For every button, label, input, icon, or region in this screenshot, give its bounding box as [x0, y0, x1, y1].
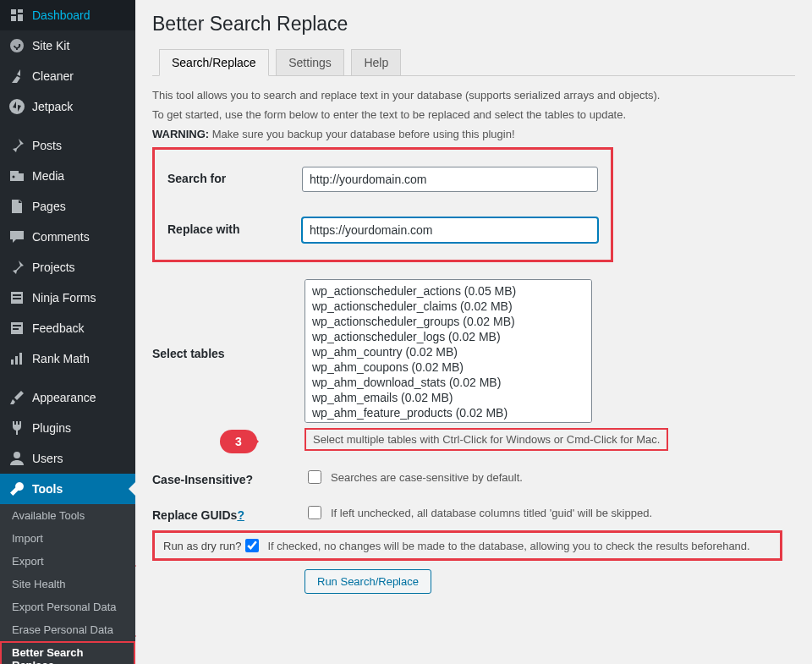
- admin-sidebar: Dashboard Site Kit Cleaner Jetpack Posts…: [0, 0, 135, 664]
- comment-icon: [8, 228, 25, 245]
- main-content: Better Search Replace Search/Replace Set…: [135, 0, 812, 664]
- sidebar-item-label: Rank Math: [32, 352, 90, 365]
- sidebar-item-plugins[interactable]: Plugins: [0, 413, 135, 443]
- brush-icon: [8, 389, 25, 406]
- pin-icon: [8, 259, 25, 276]
- submenu-export-personal-data[interactable]: Export Personal Data: [0, 595, 135, 618]
- warning-label: WARNING:: [152, 128, 209, 140]
- submenu-available-tools[interactable]: Available Tools: [0, 504, 135, 527]
- replace-with-input[interactable]: [302, 217, 598, 243]
- search-replace-highlight: Search for Replace with: [152, 147, 613, 262]
- sidebar-item-label: Feedback: [32, 321, 84, 335]
- sidebar-item-jetpack[interactable]: Jetpack: [0, 91, 135, 122]
- submenu-site-health[interactable]: Site Health: [0, 573, 135, 595]
- sidebar-item-label: Site Kit: [32, 39, 69, 52]
- wrench-icon: [8, 480, 25, 497]
- sidebar-item-posts[interactable]: Posts: [0, 126, 135, 161]
- submenu-better-search-replace[interactable]: Better Search Replace: [0, 641, 135, 664]
- svg-point-1: [13, 176, 15, 178]
- jetpack-icon: [8, 98, 25, 115]
- sidebar-item-projects[interactable]: Projects: [0, 252, 135, 283]
- svg-rect-9: [15, 356, 18, 365]
- tab-settings[interactable]: Settings: [276, 49, 344, 75]
- sidebar-item-appearance[interactable]: Appearance: [0, 378, 135, 413]
- sidebar-item-rankmath[interactable]: Rank Math: [0, 343, 135, 374]
- sidebar-item-label: Posts: [32, 139, 62, 152]
- sidebar-item-label: Cleaner: [32, 69, 74, 83]
- submenu-erase-personal-data[interactable]: Erase Personal Data: [0, 618, 135, 641]
- table-option[interactable]: wp_actionscheduler_logs (0.02 MB): [310, 329, 586, 344]
- case-insensitive-label: Case-Insensitive?: [152, 468, 304, 486]
- replace-guids-desc: If left unchecked, all database columns …: [331, 507, 652, 519]
- svg-rect-10: [19, 353, 22, 365]
- sidebar-item-label: Appearance: [32, 391, 96, 404]
- sidebar-item-tools[interactable]: Tools: [0, 474, 135, 504]
- replace-guids-checkbox[interactable]: [308, 506, 321, 519]
- table-option[interactable]: wp_ahm_emails (0.02 MB): [310, 390, 586, 405]
- sitekit-icon: [8, 37, 25, 54]
- svg-point-11: [14, 452, 20, 458]
- dry-run-label: Run as dry run?: [155, 540, 242, 552]
- replace-with-label: Replace with: [167, 217, 302, 236]
- dry-run-highlight: Run as dry run? If checked, no changes w…: [152, 530, 782, 561]
- sidebar-item-label: Plugins: [32, 421, 71, 435]
- svg-point-0: [9, 99, 25, 114]
- chart-icon: [8, 350, 25, 367]
- user-icon: [8, 450, 25, 467]
- sidebar-item-label: Users: [32, 452, 63, 465]
- table-option[interactable]: wp_actionscheduler_claims (0.02 MB): [310, 299, 586, 314]
- sidebar-item-feedback[interactable]: Feedback: [0, 313, 135, 343]
- sidebar-item-label: Dashboard: [32, 8, 91, 22]
- tab-help[interactable]: Help: [351, 49, 401, 75]
- submenu-export[interactable]: Export: [0, 550, 135, 573]
- case-insensitive-checkbox[interactable]: [308, 470, 321, 484]
- table-option[interactable]: wp_actionscheduler_actions (0.05 MB): [310, 283, 586, 299]
- select-tables-hint: Select multiple tables with Ctrl-Click f…: [304, 428, 668, 451]
- sidebar-item-sitekit[interactable]: Site Kit: [0, 30, 135, 61]
- media-icon: [8, 167, 25, 184]
- page-title: Better Search Replace: [152, 13, 795, 36]
- sidebar-item-users[interactable]: Users: [0, 443, 135, 474]
- form-icon: [8, 289, 25, 306]
- dashboard-icon: [8, 7, 25, 24]
- sidebar-item-label: Pages: [32, 200, 66, 213]
- sidebar-item-cleaner[interactable]: Cleaner: [0, 61, 135, 91]
- dry-run-desc: If checked, no changes will be made to t…: [268, 540, 750, 552]
- sidebar-item-label: Projects: [32, 261, 75, 274]
- svg-rect-6: [13, 325, 21, 327]
- sidebar-item-dashboard[interactable]: Dashboard: [0, 0, 135, 30]
- broom-icon: [8, 68, 25, 85]
- sidebar-item-label: Ninja Forms: [32, 291, 96, 305]
- annotation-marker-3: 3: [220, 430, 257, 453]
- table-option[interactable]: wp_ahm_coupons (0.02 MB): [310, 359, 586, 375]
- sidebar-item-pages[interactable]: Pages: [0, 191, 135, 222]
- svg-rect-8: [11, 359, 14, 365]
- sidebar-item-comments[interactable]: Comments: [0, 222, 135, 252]
- tab-bar: Search/Replace Settings Help: [152, 48, 795, 76]
- search-for-label: Search for: [167, 167, 302, 185]
- svg-rect-7: [13, 328, 19, 330]
- case-insensitive-desc: Searches are case-sensitive by default.: [331, 471, 523, 484]
- pin-icon: [8, 137, 25, 154]
- page-icon: [8, 198, 25, 215]
- form-icon: [8, 320, 25, 337]
- warning-line: WARNING: Make sure you backup your datab…: [152, 128, 795, 140]
- replace-guids-label: Replace GUIDs?: [152, 503, 304, 522]
- plug-icon: [8, 420, 25, 436]
- submenu-import[interactable]: Import: [0, 527, 135, 550]
- sidebar-item-label: Media: [32, 169, 64, 183]
- sidebar-item-media[interactable]: Media: [0, 161, 135, 191]
- tab-search-replace[interactable]: Search/Replace: [159, 49, 269, 76]
- svg-rect-3: [13, 294, 21, 296]
- replace-guids-help[interactable]: ?: [237, 508, 244, 522]
- table-option[interactable]: wp_actionscheduler_groups (0.02 MB): [310, 314, 586, 329]
- search-for-input[interactable]: [302, 167, 598, 192]
- select-tables-list[interactable]: wp_actionscheduler_actions (0.05 MB) wp_…: [304, 279, 592, 423]
- table-option[interactable]: wp_ahm_download_stats (0.02 MB): [310, 375, 586, 390]
- table-option[interactable]: wp_ahm_country (0.02 MB): [310, 344, 586, 359]
- sidebar-item-ninjaforms[interactable]: Ninja Forms: [0, 283, 135, 313]
- table-option[interactable]: wp_ahm_feature_products (0.02 MB): [310, 405, 586, 420]
- run-search-replace-button[interactable]: Run Search/Replace: [304, 569, 431, 594]
- sidebar-item-label: Tools: [32, 482, 63, 496]
- dry-run-checkbox[interactable]: [245, 539, 259, 552]
